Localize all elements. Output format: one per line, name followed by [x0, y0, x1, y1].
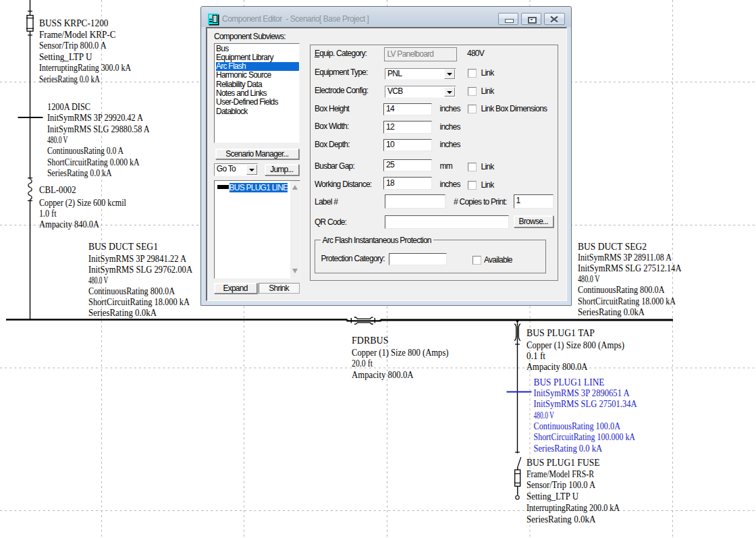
svg-text:BUS DUCT SEG2: BUS DUCT SEG2: [578, 240, 647, 252]
svg-text:Frame/Model KRP-C: Frame/Model KRP-C: [39, 28, 116, 40]
svg-text:ShortCircuitRating 18.000 kA: ShortCircuitRating 18.000 kA: [578, 295, 676, 306]
svg-text:BUS DUCT SEG1: BUS DUCT SEG1: [88, 240, 158, 252]
svg-text:InitSymRMS SLG 29880.58 A: InitSymRMS SLG 29880.58 A: [47, 123, 150, 134]
svg-text:1200A DISC: 1200A DISC: [47, 101, 90, 112]
svg-text:BUS PLUG1 TAP: BUS PLUG1 TAP: [526, 327, 595, 338]
svg-text:480.0 V: 480.0 V: [47, 134, 68, 145]
svg-text:CBL-0002: CBL-0002: [39, 184, 76, 195]
svg-text:FDRBUS: FDRBUS: [352, 334, 389, 346]
svg-text:ShortCircuitRating 0.000 kA: ShortCircuitRating 0.000 kA: [47, 156, 140, 167]
svg-text:0.1 ft: 0.1 ft: [526, 350, 546, 361]
svg-text:InterruptingRating 200.0 kA: InterruptingRating 200.0 kA: [526, 502, 620, 513]
svg-text:ContinuousRating 100.0A: ContinuousRating 100.0A: [534, 420, 621, 431]
svg-text:InitSymRMS SLG 27512.14A: InitSymRMS SLG 27512.14A: [578, 262, 682, 273]
svg-text:InitSymRMS 3P 29920.42 A: InitSymRMS 3P 29920.42 A: [47, 111, 144, 123]
svg-text:1.0 ft: 1.0 ft: [39, 207, 57, 219]
svg-text:Setting_LTP U: Setting_LTP U: [39, 51, 92, 62]
svg-text:BUS PLUG1 FUSE: BUS PLUG1 FUSE: [526, 456, 600, 468]
svg-text:SeriesRating 0.0 kA: SeriesRating 0.0 kA: [534, 442, 603, 454]
svg-text:InitSymRMS 3P 2890651 A: InitSymRMS 3P 2890651 A: [534, 387, 630, 398]
svg-text:BUSS KRPC-1200: BUSS KRPC-1200: [39, 17, 109, 28]
svg-text:Ampacity 800.0A: Ampacity 800.0A: [526, 360, 588, 372]
svg-text:SeriesRating 0.0kA: SeriesRating 0.0kA: [578, 306, 645, 317]
svg-text:Copper (1) Size 800 (Amps): Copper (1) Size 800 (Amps): [352, 346, 449, 358]
svg-text:BUS PLUG1 LINE: BUS PLUG1 LINE: [534, 376, 605, 387]
svg-text:InterruptingRating 300.0 kA: InterruptingRating 300.0 kA: [39, 61, 132, 73]
svg-text:Ampacity 800.0A: Ampacity 800.0A: [352, 369, 414, 380]
svg-text:SeriesRating 0.0kA: SeriesRating 0.0kA: [526, 513, 596, 524]
svg-text:Sensor/Trip 800.0 A: Sensor/Trip 800.0 A: [39, 39, 107, 51]
svg-text:SeriesRating 0.0 kA: SeriesRating 0.0 kA: [39, 73, 101, 84]
svg-text:480.0 V: 480.0 V: [88, 274, 108, 286]
svg-text:480.0 V: 480.0 V: [578, 273, 600, 284]
svg-text:ShortCircuitRating 18.000 kA: ShortCircuitRating 18.000 kA: [88, 296, 190, 307]
svg-text:InitSymRMS SLG 27501.34A: InitSymRMS SLG 27501.34A: [534, 398, 638, 409]
svg-text:Setting_LTP U: Setting_LTP U: [526, 490, 578, 502]
svg-text:Ampacity 840.0A: Ampacity 840.0A: [39, 218, 100, 230]
svg-text:ContinuousRating 0.0 A: ContinuousRating 0.0 A: [47, 144, 124, 156]
svg-text:480.0 V: 480.0 V: [534, 409, 555, 421]
svg-text:Frame/Model FRS-R: Frame/Model FRS-R: [526, 468, 595, 479]
svg-text:20.0 ft: 20.0 ft: [352, 357, 373, 369]
svg-text:SeriesRating 0.0kA: SeriesRating 0.0kA: [88, 306, 157, 318]
svg-text:ShortCircuitRating 100.000 kA: ShortCircuitRating 100.000 kA: [534, 431, 636, 442]
svg-text:Sensor/Trip 100.0 A: Sensor/Trip 100.0 A: [526, 479, 596, 490]
svg-text:SeriesRating 0.0 kA: SeriesRating 0.0 kA: [47, 167, 112, 178]
svg-text:InitSymRMS 3P 28911.08 A: InitSymRMS 3P 28911.08 A: [578, 251, 672, 263]
svg-text:ContinuousRating 800.0A: ContinuousRating 800.0A: [578, 284, 665, 295]
svg-text:ContinuousRating 800.0A: ContinuousRating 800.0A: [88, 285, 176, 296]
svg-text:InitSymRMS SLG 29762.00A: InitSymRMS SLG 29762.00A: [88, 263, 193, 275]
svg-text:InitSymRMS 3P 29841.22 A: InitSymRMS 3P 29841.22 A: [88, 252, 187, 264]
